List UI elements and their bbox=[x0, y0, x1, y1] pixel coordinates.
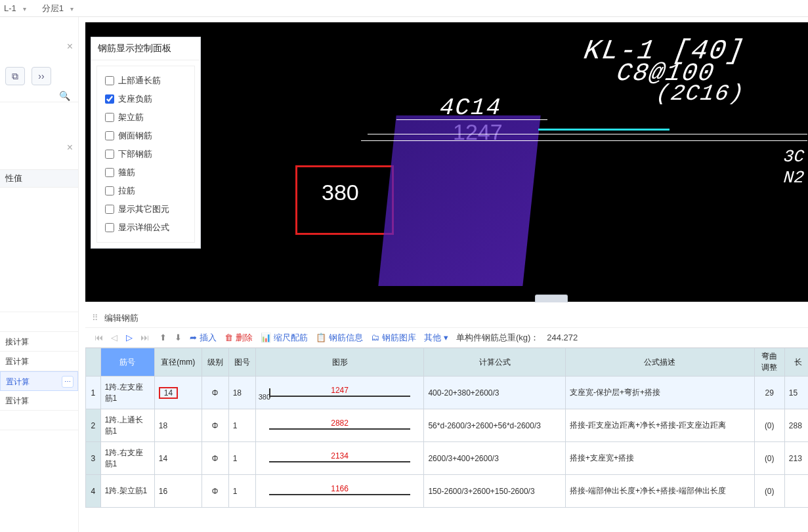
checkbox-label: 支座负筋 bbox=[118, 93, 152, 105]
rebar-filter-checkbox[interactable]: 显示详细公式 bbox=[105, 218, 186, 237]
last-icon[interactable]: ⏭ bbox=[138, 333, 152, 342]
list-item-active[interactable]: 置计算 ⋯ bbox=[0, 371, 78, 391]
table-header[interactable]: 级别 bbox=[202, 348, 228, 377]
layer-selector[interactable]: 分层1 bbox=[38, 1, 77, 16]
library-button[interactable]: 🗂 钢筋图库 bbox=[371, 332, 416, 344]
checkbox-input[interactable] bbox=[105, 186, 114, 195]
list-item[interactable] bbox=[0, 312, 78, 332]
rebar-filter-checkbox[interactable]: 显示其它图元 bbox=[105, 200, 186, 218]
weight-label: 单构件钢筋总重(kg)： bbox=[456, 332, 539, 344]
rebar-filter-checkbox[interactable]: 侧面钢筋 bbox=[105, 127, 186, 145]
table-header[interactable]: 弯曲调整 bbox=[754, 348, 784, 377]
component-selector[interactable]: L-1 bbox=[0, 2, 30, 14]
table-row[interactable]: 21跨.上通长筋118Φ1288256*d-2600/3+2600+56*d-2… bbox=[86, 409, 809, 442]
checkbox-input[interactable] bbox=[105, 223, 114, 232]
checkbox-input[interactable] bbox=[105, 94, 114, 104]
rebar-filter-checkbox[interactable]: 支座负筋 bbox=[105, 90, 186, 108]
scale-button[interactable]: 📊 缩尺配筋 bbox=[261, 332, 308, 344]
panel-grip[interactable] bbox=[535, 295, 568, 302]
checkbox-input[interactable] bbox=[105, 76, 114, 85]
checkbox-label: 上部通长筋 bbox=[118, 75, 161, 87]
label-3c: 3C bbox=[781, 147, 807, 167]
rebar-filter-checkbox[interactable]: 架立筋 bbox=[105, 108, 186, 127]
wire-line-accent bbox=[538, 129, 670, 131]
checkbox-label: 架立筋 bbox=[118, 112, 144, 123]
left-panel: × ⧉ ›› 🔍 × 性值 接计算 置计算 置计算 ⋯ 置计算 bbox=[0, 17, 79, 532]
weight-value: 244.272 bbox=[547, 333, 578, 342]
info-button[interactable]: 📋 钢筋信息 bbox=[316, 332, 363, 344]
label-2c16: (2C16) bbox=[652, 81, 749, 106]
component-selector-value: L-1 bbox=[4, 3, 16, 13]
next-icon[interactable]: ▷ bbox=[123, 333, 136, 342]
nav-group: ⏮ ◁ ▷ ⏭ bbox=[92, 333, 152, 342]
label-n2: N2 bbox=[781, 168, 807, 188]
rebar-table: 筋号直径(mm)级别图号图形计算公式公式描述弯曲调整长 11跨.左支座筋114Φ… bbox=[85, 348, 808, 508]
dimension-380: 380 bbox=[322, 180, 359, 205]
table-header[interactable]: 计算公式 bbox=[424, 348, 566, 377]
list-item[interactable] bbox=[0, 411, 78, 430]
prev-icon[interactable]: ◁ bbox=[108, 333, 121, 342]
rebar-display-panel: 钢筋显示控制面板 上部通长筋支座负筋架立筋侧面钢筋下部钢筋箍筋拉筋显示其它图元显… bbox=[91, 37, 201, 249]
checkbox-label: 拉筋 bbox=[118, 185, 135, 197]
list-item-label: 置计算 bbox=[6, 377, 30, 386]
bottom-editor: ⠿ 编辑钢筋 ⏮ ◁ ▷ ⏭ ⬆ ⬇ ➦ 插入 🗑 删除 📊 缩尺配筋 📋 钢筋… bbox=[85, 308, 808, 532]
more-button[interactable]: ›› bbox=[32, 67, 51, 85]
rebar-filter-checkbox[interactable]: 箍筋 bbox=[105, 163, 186, 182]
list-item[interactable]: 接计算 bbox=[0, 332, 78, 352]
table-header[interactable]: 图形 bbox=[255, 348, 424, 377]
bottom-toolbar: ⏮ ◁ ▷ ⏭ ⬆ ⬇ ➦ 插入 🗑 删除 📊 缩尺配筋 📋 钢筋信息 🗂 钢筋… bbox=[85, 328, 808, 348]
search-icon[interactable]: 🔍 bbox=[59, 91, 70, 101]
checkbox-input[interactable] bbox=[105, 205, 114, 214]
rebar-filter-checkbox[interactable]: 拉筋 bbox=[105, 182, 186, 200]
beam-section bbox=[378, 115, 540, 286]
drag-grip-icon[interactable]: ⠿ bbox=[92, 313, 99, 323]
properties-header: 性值 bbox=[0, 169, 78, 188]
checkbox-label: 下部钢筋 bbox=[118, 148, 152, 160]
table-row[interactable]: 31跨.右支座筋114Φ121342600/3+400+2600/3搭接+支座宽… bbox=[86, 442, 809, 475]
table-header[interactable]: 图号 bbox=[228, 348, 255, 377]
list-item[interactable]: 置计算 bbox=[0, 391, 78, 411]
close-icon-2[interactable]: × bbox=[67, 142, 73, 153]
table-header[interactable]: 公式描述 bbox=[566, 348, 755, 377]
table-header[interactable]: 直径(mm) bbox=[154, 348, 202, 377]
top-selectors: L-1 分层1 bbox=[0, 0, 808, 17]
checkbox-input[interactable] bbox=[105, 131, 114, 140]
download-icon[interactable]: ⬇ bbox=[175, 333, 182, 342]
first-icon[interactable]: ⏮ bbox=[92, 333, 105, 342]
wire-line bbox=[368, 134, 807, 134]
checkbox-input[interactable] bbox=[105, 150, 114, 159]
rebar-filter-checkbox[interactable]: 下部钢筋 bbox=[105, 145, 186, 163]
list-item[interactable]: 置计算 bbox=[0, 352, 78, 371]
checkbox-label: 侧面钢筋 bbox=[118, 130, 152, 142]
checkbox-label: 箍筋 bbox=[118, 167, 135, 178]
rebar-filter-checkbox[interactable]: 上部通长筋 bbox=[105, 72, 186, 90]
checkbox-label: 显示详细公式 bbox=[118, 222, 169, 234]
ellipsis-button[interactable]: ⋯ bbox=[62, 376, 74, 388]
close-icon[interactable]: × bbox=[67, 41, 73, 52]
delete-button[interactable]: 🗑 删除 bbox=[224, 332, 253, 344]
panel-title: 钢筋显示控制面板 bbox=[91, 37, 200, 60]
checkbox-label: 显示其它图元 bbox=[118, 203, 169, 215]
wire-line bbox=[396, 119, 547, 120]
table-row[interactable]: 11跨.左支座筋114Φ183801247400-20+380+2600/3支座… bbox=[86, 377, 809, 409]
checkbox-input[interactable] bbox=[105, 113, 114, 122]
insert-button[interactable]: ➦ 插入 bbox=[190, 332, 217, 344]
bottom-title: 编辑钢筋 bbox=[104, 312, 138, 324]
table-header[interactable]: 筋号 bbox=[100, 348, 154, 377]
upload-icon[interactable]: ⬆ bbox=[159, 333, 167, 342]
table-header[interactable]: 长 bbox=[784, 348, 808, 377]
list-item[interactable] bbox=[0, 293, 78, 312]
table-row[interactable]: 41跨.架立筋116Φ11166150-2600/3+2600+150-2600… bbox=[86, 475, 809, 508]
layout-icon-button[interactable]: ⧉ bbox=[5, 67, 25, 85]
wire-line bbox=[361, 140, 807, 141]
layer-selector-value: 分层1 bbox=[42, 3, 64, 14]
properties-list: 接计算 置计算 置计算 ⋯ 置计算 bbox=[0, 293, 78, 430]
checkbox-input[interactable] bbox=[105, 168, 114, 177]
other-dropdown[interactable]: 其他 ▾ bbox=[424, 332, 448, 344]
